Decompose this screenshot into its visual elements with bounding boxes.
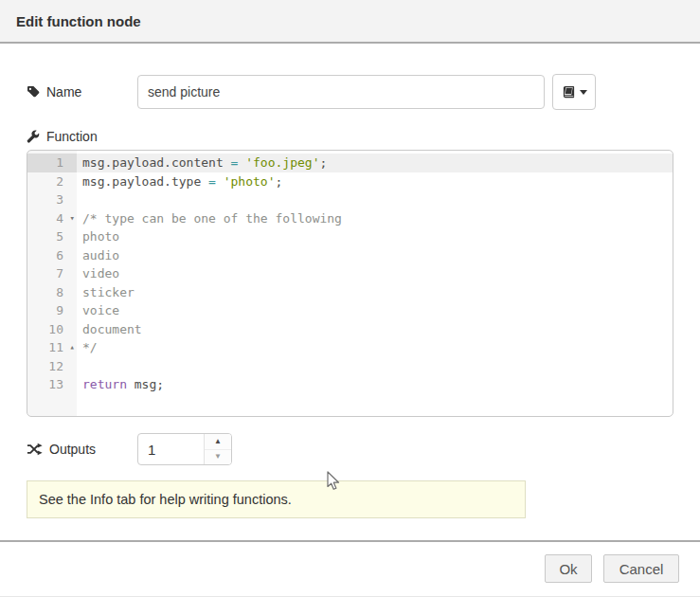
fold-open-icon[interactable]: ▾ <box>70 209 75 228</box>
ok-button[interactable]: Ok <box>545 554 592 583</box>
line-number: 10 <box>27 320 77 339</box>
dialog-body: Name Function 1msg.payload.content = 'fo… <box>0 74 700 518</box>
code-line-text: voice <box>77 301 673 320</box>
code-line[interactable]: 1msg.payload.content = 'foo.jpeg'; <box>27 154 673 172</box>
outputs-input[interactable] <box>138 434 204 464</box>
line-number: 3 <box>27 190 77 209</box>
spinner-down-button[interactable]: ▼ <box>205 450 231 465</box>
code-line[interactable]: 8sticker <box>27 283 673 302</box>
wrench-icon <box>27 130 40 143</box>
name-label-text: Name <box>46 84 81 100</box>
cancel-button[interactable]: Cancel <box>603 554 679 583</box>
line-number: 8 <box>27 283 77 302</box>
code-line-text: msg.payload.content = 'foo.jpeg'; <box>77 154 673 172</box>
code-editor[interactable]: 1msg.payload.content = 'foo.jpeg';2msg.p… <box>27 150 673 417</box>
library-button[interactable] <box>552 74 596 110</box>
line-number: 6 <box>27 246 77 265</box>
code-line-text: audio <box>77 246 673 265</box>
form-tip-text: See the Info tab for help writing functi… <box>39 492 292 507</box>
fold-close-icon[interactable]: ▴ <box>70 338 75 357</box>
caret-down-icon <box>580 90 587 95</box>
spinner-buttons: ▲ ▼ <box>204 434 231 464</box>
outputs-label-text: Outputs <box>49 442 96 457</box>
line-number: 11▴ <box>27 338 77 357</box>
code-line[interactable]: 12 <box>27 357 673 376</box>
code-line-text: photo <box>77 227 673 246</box>
code-line[interactable]: 6audio <box>27 246 673 265</box>
code-line[interactable]: 13return msg; <box>27 375 673 394</box>
code-editor-lines: 1msg.payload.content = 'foo.jpeg';2msg.p… <box>27 154 673 394</box>
code-line[interactable]: 9voice <box>27 301 673 320</box>
outputs-spinner: ▲ ▼ <box>137 433 232 465</box>
dialog-footer: Ok Cancel <box>0 542 700 583</box>
line-number: 1 <box>27 154 77 172</box>
code-line[interactable]: 4▾/* type can be one of the following <box>27 209 673 228</box>
spinner-up-button[interactable]: ▲ <box>205 434 231 450</box>
dialog-title: Edit function node <box>16 13 141 29</box>
code-line[interactable]: 3 <box>27 190 673 209</box>
edit-function-node-dialog: Edit function node Name Function 1msg.pa… <box>0 0 700 597</box>
line-number: 12 <box>27 357 77 376</box>
line-number: 7 <box>27 264 77 283</box>
code-line-text: /* type can be one of the following <box>77 209 673 228</box>
code-line-text <box>77 357 673 376</box>
outputs-label: Outputs <box>27 442 137 457</box>
line-number: 13 <box>27 375 77 394</box>
code-line[interactable]: 11▴*/ <box>27 338 673 357</box>
code-line-text: sticker <box>77 283 673 302</box>
code-line-text: */ <box>77 338 673 357</box>
line-number: 2 <box>27 172 77 191</box>
outputs-row: Outputs ▲ ▼ <box>27 433 673 465</box>
shuffle-icon <box>27 443 43 456</box>
code-line[interactable]: 7video <box>27 264 673 283</box>
code-line[interactable]: 5photo <box>27 227 673 246</box>
function-label-text: Function <box>46 129 98 144</box>
code-line-text <box>77 190 673 209</box>
code-line-text: return msg; <box>77 375 673 394</box>
code-line-text: video <box>77 264 673 283</box>
name-input[interactable] <box>137 75 545 109</box>
line-number: 4▾ <box>27 209 77 228</box>
name-row: Name <box>27 74 673 110</box>
code-line[interactable]: 10document <box>27 320 673 339</box>
tag-icon <box>27 85 40 99</box>
function-label: Function <box>27 129 673 144</box>
code-line-text: document <box>77 320 673 339</box>
code-line-text: msg.payload.type = 'photo'; <box>77 172 673 191</box>
line-number: 5 <box>27 227 77 246</box>
code-line[interactable]: 2msg.payload.type = 'photo'; <box>27 172 673 191</box>
form-tip: See the Info tab for help writing functi… <box>27 480 526 518</box>
book-icon <box>562 85 576 100</box>
dialog-header: Edit function node <box>0 0 700 44</box>
line-number: 9 <box>27 301 77 320</box>
name-label: Name <box>27 84 137 100</box>
